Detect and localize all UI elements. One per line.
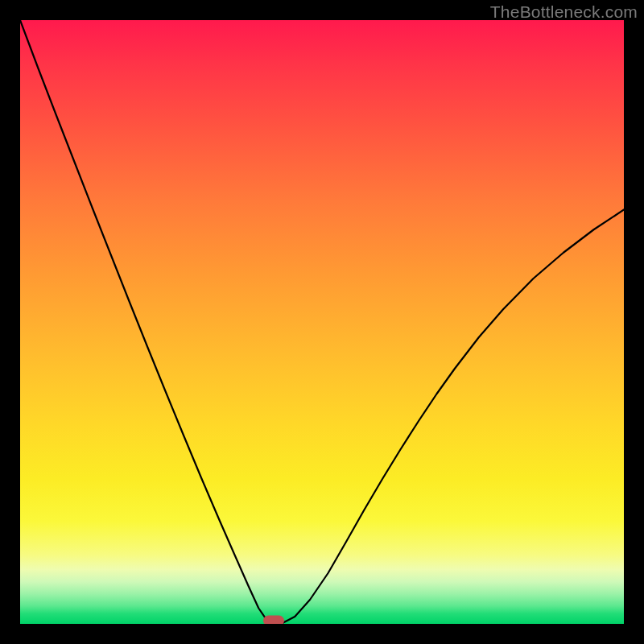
bottleneck-curve [20,20,624,624]
chart-frame: TheBottleneck.com [0,0,644,644]
watermark-text: TheBottleneck.com [490,2,638,22]
optimal-point-marker [263,616,284,624]
plot-area [20,20,624,624]
